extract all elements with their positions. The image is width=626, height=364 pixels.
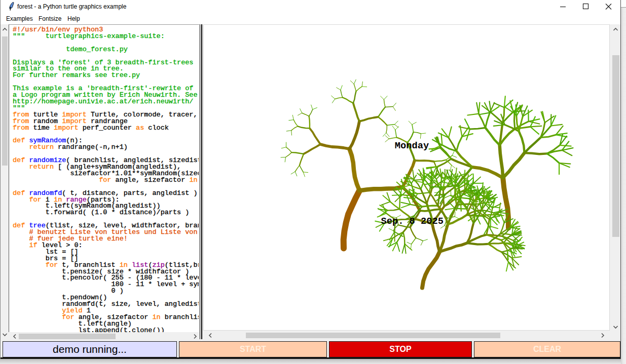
svg-text:Sep. 8 2025: Sep. 8 2025 [381, 216, 444, 227]
svg-text:Monday: Monday [395, 140, 429, 151]
